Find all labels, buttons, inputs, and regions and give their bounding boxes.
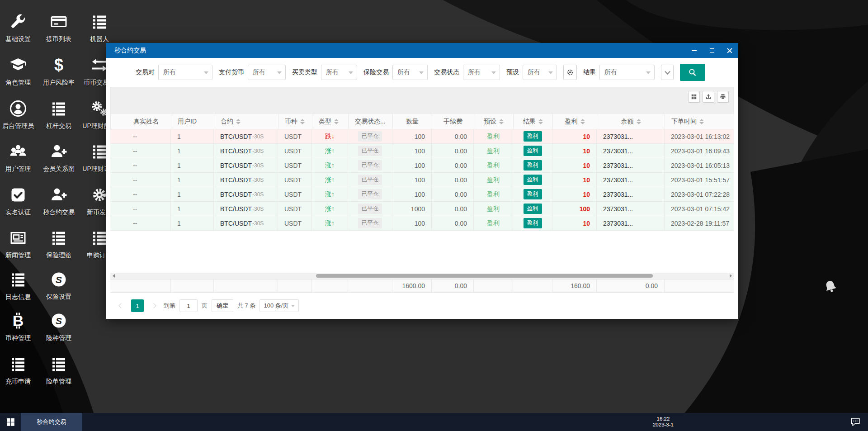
cell-profit: 10: [552, 187, 597, 202]
goto-page-input[interactable]: [179, 299, 198, 312]
list-icon: [8, 354, 28, 374]
result-badge: 盈利: [524, 218, 542, 228]
desktop-icon[interactable]: 杠杆交易: [38, 99, 79, 130]
page-size-select[interactable]: 100 条/页: [259, 299, 299, 312]
prev-page-button[interactable]: [115, 299, 127, 312]
desktop-icon[interactable]: S 险种管理: [38, 311, 79, 342]
filter-select[interactable]: 所有: [392, 65, 428, 80]
column-header[interactable]: 币种: [278, 114, 312, 129]
svg-text:$: $: [54, 56, 63, 74]
filter-select[interactable]: 所有: [248, 65, 286, 80]
cell-order-time: 2023-03-01 16:13:02: [665, 129, 734, 144]
minimize-button[interactable]: [685, 43, 703, 58]
pagination-bar: 1 到第 页 确定 共 7 条 100 条/页: [106, 293, 738, 319]
desktop-icon[interactable]: 会员关系图: [38, 142, 79, 173]
cell-type: 涨↑: [312, 144, 348, 158]
summary-cell: [348, 279, 392, 293]
cell-preset: 盈利: [474, 158, 513, 173]
desktop-icon-label: 币种管理: [5, 334, 31, 342]
filter-select[interactable]: 所有: [463, 65, 500, 80]
sort-arrows-icon[interactable]: [499, 119, 504, 124]
cell-real-name: --: [110, 144, 171, 158]
cell-amount: 100: [392, 129, 432, 144]
horizontal-scrollbar[interactable]: [110, 273, 734, 279]
column-header[interactable]: 盈利: [553, 114, 597, 129]
chevron-right-icon: [151, 303, 156, 308]
search-button[interactable]: [680, 64, 705, 81]
cell-preset: 盈利: [474, 202, 513, 216]
close-button[interactable]: [721, 43, 738, 58]
taskbar-clock[interactable]: 16:22 2023-3-1: [653, 416, 674, 428]
titlebar[interactable]: 秒合约交易: [106, 43, 738, 58]
column-header[interactable]: 合约: [214, 114, 278, 129]
next-page-button[interactable]: [148, 299, 160, 312]
taskbar-tray: 16:22 2023-3-1: [653, 413, 868, 431]
column-header[interactable]: 结果: [514, 114, 553, 129]
sort-arrows-icon[interactable]: [538, 119, 543, 124]
confirm-button[interactable]: 确定: [212, 299, 233, 312]
column-header[interactable]: 类型: [312, 114, 349, 129]
column-header-label: 结果: [523, 118, 536, 126]
desktop-icon[interactable]: S 保险设置: [38, 270, 79, 301]
summary-cell: [665, 279, 734, 293]
s-circle-icon: S: [49, 311, 69, 331]
desktop-icon[interactable]: $ 用户风险率: [38, 55, 79, 87]
cell-result: 盈利: [513, 158, 552, 173]
filter-select[interactable]: 所有: [599, 65, 655, 80]
desktop-icon[interactable]: 用户管理: [0, 142, 38, 173]
desktop-icon-label: 提币列表: [46, 35, 71, 43]
column-header[interactable]: 下单时间: [665, 114, 734, 129]
page-size-value: 100 条/页: [264, 302, 288, 310]
cell-fee: 0.00: [432, 144, 474, 158]
cell-preset: 盈利: [474, 216, 513, 231]
sort-arrows-icon[interactable]: [300, 119, 305, 124]
sort-arrows-icon[interactable]: [580, 119, 585, 124]
column-header[interactable]: 余额: [597, 114, 665, 129]
filter-label: 交易状态: [434, 68, 459, 76]
desktop-icon[interactable]: 实名认证: [0, 185, 38, 217]
preset-settings-button[interactable]: [563, 65, 577, 80]
cell-fee: 0.00: [432, 187, 474, 202]
cell-status: 已平仓: [348, 187, 392, 202]
filter-columns-button[interactable]: [688, 91, 700, 103]
chat-bubble-icon[interactable]: [850, 417, 861, 427]
collapse-filters-button[interactable]: [661, 65, 674, 80]
filter-select[interactable]: 所有: [523, 65, 557, 80]
desktop-icon[interactable]: 角色管理: [0, 55, 38, 87]
maximize-button[interactable]: [703, 43, 721, 58]
cell-user-id: 1: [171, 173, 214, 187]
column-header[interactable]: 预设: [474, 114, 514, 129]
scroll-left-arrow[interactable]: [110, 273, 117, 279]
desktop-icon[interactable]: 基础设置: [0, 12, 38, 43]
desktop-icon[interactable]: 保险理赔: [38, 228, 79, 260]
desktop-icon[interactable]: 秒合约交易: [38, 185, 79, 217]
desktop-icon[interactable]: B 币种管理: [0, 311, 38, 342]
scrollbar-thumb[interactable]: [316, 274, 653, 278]
desktop-icon[interactable]: 险单管理: [38, 354, 79, 386]
desktop-icon[interactable]: 日志信息: [0, 270, 38, 301]
desktop-icon[interactable]: 充币申请: [0, 354, 38, 386]
export-button[interactable]: [703, 91, 714, 103]
filter-select-value: 所有: [468, 68, 481, 76]
sort-arrows-icon[interactable]: [637, 119, 641, 124]
sort-arrows-icon[interactable]: [236, 119, 241, 124]
desktop-icon[interactable]: 新闻管理: [0, 228, 38, 260]
start-button[interactable]: [0, 413, 21, 431]
cell-order-time: 2023-03-01 16:09:43: [665, 144, 734, 158]
current-page-button[interactable]: 1: [131, 299, 144, 312]
cell-fee: 0.00: [432, 129, 474, 144]
desktop-icon[interactable]: 机器人: [79, 12, 120, 43]
scroll-right-arrow[interactable]: [727, 273, 734, 279]
desktop-icon-label: 秒合约交易: [43, 208, 75, 217]
column-header: 真实姓名: [111, 114, 171, 129]
print-button[interactable]: [717, 91, 729, 103]
summary-cell: [513, 279, 552, 293]
taskbar-item-active[interactable]: 秒合约交易: [21, 413, 82, 431]
filter-select[interactable]: 所有: [158, 65, 212, 80]
desktop-icon[interactable]: 提币列表: [38, 12, 79, 43]
filter-select[interactable]: 所有: [321, 65, 357, 80]
desktop-icon[interactable]: 后台管理员: [0, 99, 38, 130]
sort-arrows-icon[interactable]: [334, 119, 339, 124]
status-badge: 已平仓: [358, 160, 382, 171]
sort-arrows-icon[interactable]: [699, 119, 704, 124]
